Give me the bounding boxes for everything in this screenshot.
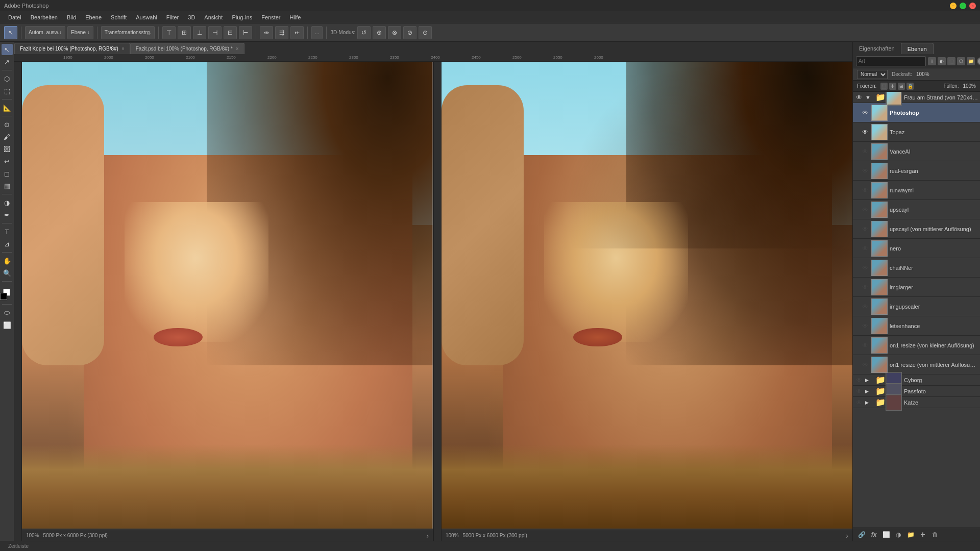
eye-vanceai[interactable]: 👁 bbox=[861, 147, 869, 156]
3d-scale-btn[interactable]: ⊙ bbox=[419, 26, 432, 39]
align-hcenter-btn[interactable]: ⊟ bbox=[224, 26, 237, 39]
statusbar-arrow-right[interactable]: › bbox=[846, 532, 848, 540]
eye-on1-mid[interactable]: 👁 bbox=[861, 361, 869, 369]
eye-imglarger[interactable]: 👁 bbox=[861, 283, 869, 291]
3d-slide-btn[interactable]: ⊘ bbox=[403, 26, 416, 39]
transform-btn[interactable]: Transformationsstrg. bbox=[101, 26, 155, 39]
layer-runwaymi[interactable]: 👁 runwaymi bbox=[853, 181, 980, 200]
dodge-tool[interactable]: ◑ bbox=[2, 197, 13, 208]
eye-on1-small[interactable]: 👁 bbox=[861, 341, 869, 349]
filter-type-btn[interactable]: T bbox=[928, 57, 936, 65]
menu-item-schrift[interactable]: Schrift bbox=[107, 13, 131, 21]
properties-tab[interactable]: Eigenschaften bbox=[853, 43, 901, 54]
eye-main-group[interactable]: 👁 bbox=[855, 93, 863, 102]
fg-color-swatch[interactable] bbox=[0, 293, 7, 300]
align-right-btn[interactable]: ⊢ bbox=[239, 26, 252, 39]
filter-toggle[interactable] bbox=[977, 57, 980, 65]
group-passfoto[interactable]: 👁 ▶ 📁 Passfoto bbox=[853, 386, 980, 397]
3d-pan-btn[interactable]: ⊕ bbox=[373, 26, 386, 39]
eye-nero[interactable]: 👁 bbox=[861, 244, 869, 253]
color-picker[interactable] bbox=[2, 287, 13, 298]
3d-zoom-btn[interactable]: ⊗ bbox=[388, 26, 401, 39]
adjustment-btn[interactable]: ◑ bbox=[894, 530, 903, 539]
history-tool[interactable]: ↩ bbox=[2, 156, 13, 167]
eye-letsenhance[interactable]: 👁 bbox=[861, 322, 869, 330]
layer-realesrgan[interactable]: 👁 real-esrgan bbox=[853, 161, 980, 181]
link-layers-btn[interactable]: 🔗 bbox=[857, 530, 866, 539]
menu-item-filter[interactable]: Filter bbox=[162, 13, 183, 21]
align-bottom-btn[interactable]: ⊥ bbox=[193, 26, 206, 39]
eye-cyborg[interactable]: 👁 bbox=[855, 376, 863, 384]
menu-item-datei[interactable]: Datei bbox=[4, 13, 26, 21]
menu-item-hilfe[interactable]: Hilfe bbox=[285, 13, 305, 21]
crop-tool[interactable]: ⬡ bbox=[2, 73, 13, 84]
layers-search-input[interactable] bbox=[856, 56, 926, 66]
eye-topaz[interactable]: 👁 bbox=[861, 128, 869, 136]
lock-pixels-btn[interactable]: ⬚ bbox=[880, 83, 888, 90]
eye-photoshop[interactable]: 👁 bbox=[861, 109, 869, 117]
layer-upscayl-mid[interactable]: 👁 upscayl (von mittlerer Auflösung) bbox=[853, 219, 980, 239]
align-left-btn[interactable]: ⊣ bbox=[208, 26, 222, 39]
group-header-main[interactable]: 👁 ▼ 📁 Frau am Strand (von 720x480) bbox=[853, 92, 980, 103]
lock-all-btn[interactable]: 🔒 bbox=[906, 83, 914, 90]
tab-left[interactable]: Fazit Kopie bei 100% (Photoshop, RGB/8#)… bbox=[14, 43, 130, 54]
distribute3-btn[interactable]: ⇷ bbox=[290, 26, 304, 39]
layer-chainner[interactable]: 👁 chaiNNer bbox=[853, 258, 980, 278]
layer-imgupscaler[interactable]: 👁 imgupscaler bbox=[853, 297, 980, 316]
menu-item-bearbeiten[interactable]: Bearbeiten bbox=[27, 13, 62, 21]
gradient-tool[interactable]: ▦ bbox=[2, 180, 13, 191]
eye-imgupscaler[interactable]: 👁 bbox=[861, 303, 869, 311]
filter-shape-btn[interactable]: ⬡ bbox=[957, 57, 965, 65]
more-btn[interactable]: ... bbox=[311, 26, 323, 39]
group-katze[interactable]: 👁 ▶ 📁 Katze bbox=[853, 397, 980, 408]
layer-vanceai[interactable]: 👁 VanceAI bbox=[853, 142, 980, 161]
eye-katze[interactable]: 👁 bbox=[855, 398, 863, 407]
text-tool[interactable]: T bbox=[2, 226, 13, 237]
eraser-tool[interactable]: ◻ bbox=[2, 168, 13, 179]
quick-mask-btn[interactable]: ⬭ bbox=[2, 307, 13, 318]
clone-tool[interactable]: 🖼 bbox=[2, 143, 13, 155]
canvas-content-left[interactable] bbox=[22, 62, 433, 529]
direct-selection-tool[interactable]: ↗ bbox=[2, 56, 13, 67]
group-btn[interactable]: 📁 bbox=[906, 530, 915, 539]
layer-photoshop[interactable]: 👁 Photoshop bbox=[853, 103, 980, 122]
group-cyborg[interactable]: 👁 ▶ 📁 Cyborg bbox=[853, 374, 980, 386]
new-layer-btn[interactable]: + bbox=[918, 530, 927, 539]
auto-select-btn[interactable]: Autom. ausw.↓ bbox=[25, 26, 65, 39]
maximize-button[interactable]: □ bbox=[960, 3, 966, 9]
measure-tool[interactable]: 📐 bbox=[2, 102, 13, 113]
mask-btn[interactable]: ⬜ bbox=[881, 530, 891, 539]
layer-topaz[interactable]: 👁 Topaz bbox=[853, 122, 980, 142]
canvas-content-right[interactable] bbox=[442, 62, 852, 529]
menu-item-auswahl[interactable]: Auswahl bbox=[132, 13, 161, 21]
delete-layer-btn[interactable]: 🗑 bbox=[930, 530, 940, 539]
blend-mode-select[interactable]: Normal Multiply Screen bbox=[857, 70, 888, 79]
hand-tool[interactable]: ✋ bbox=[2, 255, 13, 266]
path-tool[interactable]: ⊿ bbox=[2, 238, 13, 249]
menu-item-ebene[interactable]: Ebene bbox=[81, 13, 106, 21]
eye-passfoto[interactable]: 👁 bbox=[855, 387, 863, 395]
tab-right-close[interactable]: × bbox=[236, 46, 239, 52]
layer-on1-small[interactable]: 👁 on1 resize (von kleiner Auflösung) bbox=[853, 336, 980, 355]
pen-tool[interactable]: ✒ bbox=[2, 209, 13, 220]
align-top-btn[interactable]: ⊤ bbox=[162, 26, 176, 39]
align-vcenter-btn[interactable]: ⊞ bbox=[178, 26, 191, 39]
frame-tool[interactable]: ⬚ bbox=[2, 85, 13, 96]
tab-left-close[interactable]: × bbox=[121, 46, 125, 52]
move-tool-btn[interactable]: ↖ bbox=[4, 26, 17, 39]
3d-rotate-btn[interactable]: ↺ bbox=[357, 26, 371, 39]
layer-select-btn[interactable]: Ebene ↓ bbox=[67, 26, 93, 39]
distribute-btn[interactable]: ⇹ bbox=[260, 26, 273, 39]
filter-group-btn[interactable]: 📁 bbox=[967, 57, 975, 65]
menu-item-plug-ins[interactable]: Plug-ins bbox=[228, 13, 256, 21]
eye-upscayl[interactable]: 👁 bbox=[861, 206, 869, 214]
menu-item-3d[interactable]: 3D bbox=[184, 13, 199, 21]
eye-chainner[interactable]: 👁 bbox=[861, 264, 869, 272]
lock-artboard-btn[interactable]: ⊞ bbox=[898, 83, 905, 90]
eye-upscayl-mid[interactable]: 👁 bbox=[861, 225, 869, 233]
screen-mode-btn[interactable]: ⬜ bbox=[2, 319, 13, 331]
menu-item-fenster[interactable]: Fenster bbox=[257, 13, 284, 21]
tab-right[interactable]: Fazit.psd bei 100% (Photoshop, RGB/8#) *… bbox=[130, 43, 244, 54]
layer-imglarger[interactable]: 👁 imglarger bbox=[853, 278, 980, 297]
layer-letsenhance[interactable]: 👁 letsenhance bbox=[853, 316, 980, 336]
